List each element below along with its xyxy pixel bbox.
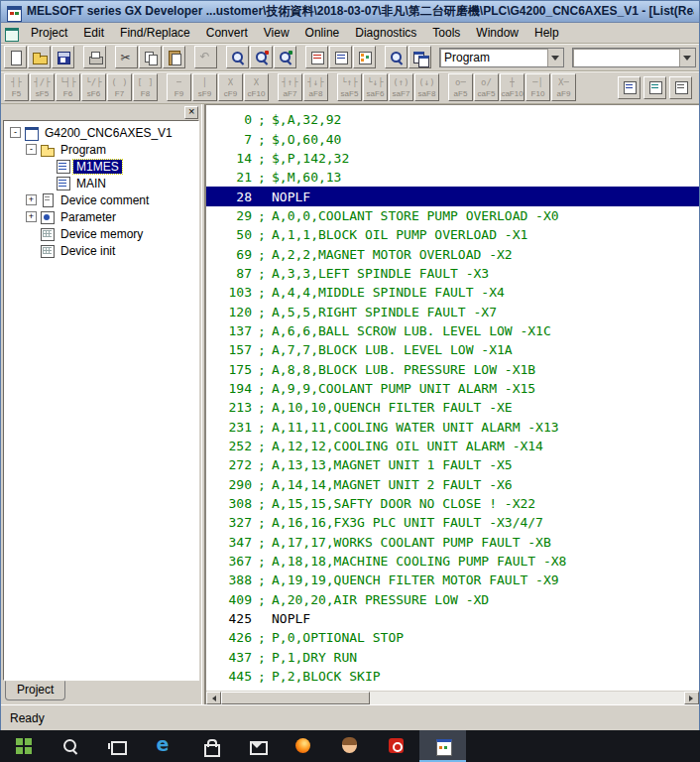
tree-item[interactable]: - Program xyxy=(4,141,198,158)
tree-expander-icon[interactable]: + xyxy=(26,211,37,222)
fkey-button[interactable]: (↑) saF7 xyxy=(389,73,413,101)
fkey-button[interactable]: └↑├ saF5 xyxy=(337,73,362,101)
titlebar[interactable]: MELSOFT series GX Developer ...ustomer\技… xyxy=(1,1,699,23)
toolbar-button[interactable] xyxy=(408,46,431,68)
taskbar-item[interactable] xyxy=(0,730,47,762)
fkey-button[interactable]: o/ caF5 xyxy=(474,73,499,101)
menu-item[interactable]: Online xyxy=(297,24,348,42)
list-row[interactable]: 437 ; P,1,DRY RUN xyxy=(212,648,699,667)
tree-expander-icon[interactable]: - xyxy=(26,144,37,155)
tab-project[interactable]: Project xyxy=(5,681,65,700)
menu-item[interactable]: Tools xyxy=(424,24,468,42)
list-row[interactable]: 50 ; A,1,1,BLOCK OIL PUMP OVERLOAD -X1 xyxy=(212,225,699,244)
scroll-left-button[interactable] xyxy=(206,692,221,704)
taskbar-item[interactable] xyxy=(326,730,373,762)
toolbar-button[interactable] xyxy=(186,46,193,68)
list-row[interactable]: 272 ; A,13,13,MAGNET UNIT 1 FAULT -X5 xyxy=(212,455,699,474)
toolbar-button[interactable] xyxy=(353,46,376,68)
scrollbar-track[interactable] xyxy=(370,692,684,704)
toolbar-button[interactable] xyxy=(163,46,185,68)
fkey-button[interactable]: │ sF9 xyxy=(192,73,217,101)
menu-item[interactable]: Edit xyxy=(75,24,112,42)
toolbar-button[interactable] xyxy=(194,46,217,68)
fkey-button[interactable]: ┤↓├ aF8 xyxy=(303,73,328,101)
fkey-button[interactable]: [ ] F8 xyxy=(133,73,158,101)
tree-item[interactable]: - G4200_CNC6AXES_V1 xyxy=(4,124,198,141)
close-panel-button[interactable] xyxy=(184,106,198,119)
menu-item[interactable]: View xyxy=(256,24,297,42)
fkey-button[interactable]: ┤├ F5 xyxy=(4,73,29,101)
list-row[interactable]: 137 ; A,6,6,BALL SCROW LUB. LEVEL LOW -X… xyxy=(212,321,699,340)
list-row[interactable]: 0 ; $,A,32,92 xyxy=(212,110,699,129)
chevron-down-icon[interactable] xyxy=(679,49,695,66)
toolbar-button[interactable] xyxy=(377,46,384,68)
menu-item[interactable]: Window xyxy=(468,24,526,42)
fkey-button[interactable]: ┤/├ sF5 xyxy=(30,73,55,101)
tree-expander-icon[interactable]: + xyxy=(26,194,37,205)
taskbar-item[interactable] xyxy=(140,730,186,762)
menu-item[interactable]: Help xyxy=(526,24,567,42)
list-row[interactable]: 231 ; A,11,11,COOLING WATER UNIT ALARM -… xyxy=(212,418,699,437)
list-row[interactable]: 157 ; A,7,7,BLOCK LUB. LEVEL LOW -X1A xyxy=(212,340,699,359)
toolbar-button[interactable] xyxy=(329,46,352,68)
menu-item[interactable]: Project xyxy=(23,24,75,42)
toolbar-button[interactable] xyxy=(52,46,74,68)
tree-item[interactable]: M1MES xyxy=(4,158,198,175)
toolbar-button[interactable] xyxy=(297,46,304,68)
list-row[interactable]: 252 ; A,12,12,COOLING OIL UNIT ALARM -X1… xyxy=(212,437,699,455)
fkey-button[interactable]: (↓) saF8 xyxy=(414,73,439,101)
menu-item[interactable]: Find/Replace xyxy=(112,24,198,42)
list-row[interactable]: 308 ; A,15,15,SAFTY DOOR NO CLOSE ! -X22 xyxy=(212,494,699,513)
taskbar-item[interactable] xyxy=(186,730,233,762)
menu-item[interactable]: Diagnostics xyxy=(347,24,424,42)
toolbar-button[interactable] xyxy=(83,46,106,68)
chevron-down-icon[interactable] xyxy=(547,49,563,66)
fkey-button[interactable]: o─ aF5 xyxy=(448,73,473,101)
fkey-button[interactable]: ─ F9 xyxy=(167,73,191,101)
tree-item[interactable]: Device memory xyxy=(4,225,198,242)
tree-item[interactable]: + Device comment xyxy=(4,191,198,208)
fkey-button[interactable]: └↓├ saF6 xyxy=(363,73,388,101)
toolbar-button[interactable] xyxy=(618,76,641,99)
list-row[interactable]: 28 NOPLF xyxy=(206,187,699,205)
toolbar-button[interactable] xyxy=(115,46,138,68)
scroll-right-button[interactable] xyxy=(684,692,699,704)
scrollbar-thumb[interactable] xyxy=(221,692,370,704)
list-row[interactable]: 388 ; A,19,19,QUENCH FILTER MOTOR FAULT … xyxy=(212,571,699,589)
list-row[interactable]: 21 ; $,M,60,13 xyxy=(212,168,699,187)
toolbar-button[interactable] xyxy=(305,46,328,68)
list-row[interactable]: 367 ; A,18,18,MACHINE COOLING PUMP FAULT… xyxy=(212,552,699,571)
mdi-child-icon[interactable] xyxy=(4,26,19,41)
list-row[interactable]: 426 ; P,0,OPTIONAL STOP xyxy=(212,628,699,647)
list-row[interactable]: 347 ; A,17,17,WORKS COOLANT PUMP FAULT -… xyxy=(212,533,699,552)
list-row[interactable]: 120 ; A,5,5,RIGHT SPINDLE FAULT -X7 xyxy=(212,302,699,320)
fkey-button[interactable]: X cF10 xyxy=(244,73,269,101)
tree-item[interactable]: MAIN xyxy=(4,175,198,191)
data-type-combobox[interactable]: Program xyxy=(439,48,564,67)
toolbar-button[interactable] xyxy=(107,46,114,68)
taskbar-item[interactable] xyxy=(47,730,93,762)
horizontal-scrollbar[interactable] xyxy=(206,691,699,704)
list-row[interactable]: 87 ; A,3,3,LEFT SPINDLE FAULT -X3 xyxy=(212,264,699,283)
toolbar-button[interactable] xyxy=(28,46,51,68)
toolbar-button[interactable] xyxy=(75,46,82,68)
toolbar-button[interactable] xyxy=(250,46,273,68)
fkey-button[interactable]: └/├ sF6 xyxy=(81,73,106,101)
list-row[interactable]: 175 ; A,8,8,BLOCK LUB. PRESSURE LOW -X1B xyxy=(212,359,699,378)
list-row[interactable]: 290 ; A,14,14,MAGNET UNIT 2 FAULT -X6 xyxy=(212,475,699,494)
fkey-button[interactable]: └┤├ F6 xyxy=(56,73,80,101)
toolbar-button[interactable] xyxy=(4,46,27,68)
taskbar-item[interactable] xyxy=(280,730,326,762)
menu-item[interactable]: Convert xyxy=(198,24,256,42)
list-row[interactable]: 7 ; $,O,60,40 xyxy=(212,129,699,148)
taskbar-item[interactable] xyxy=(419,730,466,762)
list-row[interactable]: 213 ; A,10,10,QUENCH FILTER FAULT -XE xyxy=(212,398,699,417)
toolbar-button[interactable] xyxy=(669,76,692,99)
list-row[interactable]: 69 ; A,2,2,MAGNET MOTOR OVERLOAD -X2 xyxy=(212,244,699,263)
fkey-button[interactable]: ( ) F7 xyxy=(107,73,132,101)
fkey-button[interactable]: ┼ caF10 xyxy=(500,73,525,101)
toolbar-button[interactable] xyxy=(218,46,225,68)
toolbar-button[interactable] xyxy=(274,46,296,68)
list-row[interactable]: 409 ; A,20,20,AIR PRESSURE LOW -XD xyxy=(212,590,699,609)
taskbar-item[interactable] xyxy=(373,730,419,762)
